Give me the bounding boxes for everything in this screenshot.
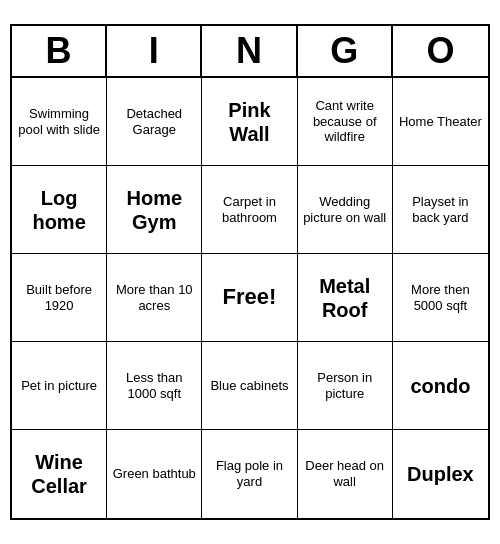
- bingo-cell-1[interactable]: Detached Garage: [107, 78, 202, 166]
- bingo-cell-5[interactable]: Log home: [12, 166, 107, 254]
- bingo-letter-o: O: [393, 26, 488, 76]
- bingo-cell-10[interactable]: Built before 1920: [12, 254, 107, 342]
- bingo-letter-b: B: [12, 26, 107, 76]
- bingo-grid: Swimming pool with slideDetached GarageP…: [12, 78, 488, 518]
- bingo-card: BINGO Swimming pool with slideDetached G…: [10, 24, 490, 520]
- bingo-cell-8[interactable]: Wedding picture on wall: [298, 166, 393, 254]
- bingo-cell-21[interactable]: Green bathtub: [107, 430, 202, 518]
- bingo-letter-n: N: [202, 26, 297, 76]
- bingo-cell-2[interactable]: Pink Wall: [202, 78, 297, 166]
- bingo-cell-16[interactable]: Less than 1000 sqft: [107, 342, 202, 430]
- bingo-cell-17[interactable]: Blue cabinets: [202, 342, 297, 430]
- bingo-cell-15[interactable]: Pet in picture: [12, 342, 107, 430]
- bingo-cell-14[interactable]: More then 5000 sqft: [393, 254, 488, 342]
- bingo-header: BINGO: [12, 26, 488, 78]
- bingo-cell-23[interactable]: Deer head on wall: [298, 430, 393, 518]
- bingo-cell-19[interactable]: condo: [393, 342, 488, 430]
- bingo-letter-g: G: [298, 26, 393, 76]
- bingo-cell-24[interactable]: Duplex: [393, 430, 488, 518]
- bingo-cell-4[interactable]: Home Theater: [393, 78, 488, 166]
- bingo-cell-13[interactable]: Metal Roof: [298, 254, 393, 342]
- bingo-cell-7[interactable]: Carpet in bathroom: [202, 166, 297, 254]
- bingo-cell-20[interactable]: Wine Cellar: [12, 430, 107, 518]
- bingo-cell-3[interactable]: Cant write because of wildfire: [298, 78, 393, 166]
- bingo-letter-i: I: [107, 26, 202, 76]
- bingo-cell-0[interactable]: Swimming pool with slide: [12, 78, 107, 166]
- bingo-cell-18[interactable]: Person in picture: [298, 342, 393, 430]
- bingo-cell-22[interactable]: Flag pole in yard: [202, 430, 297, 518]
- bingo-cell-9[interactable]: Playset in back yard: [393, 166, 488, 254]
- bingo-cell-12[interactable]: Free!: [202, 254, 297, 342]
- bingo-cell-11[interactable]: More than 10 acres: [107, 254, 202, 342]
- bingo-cell-6[interactable]: Home Gym: [107, 166, 202, 254]
